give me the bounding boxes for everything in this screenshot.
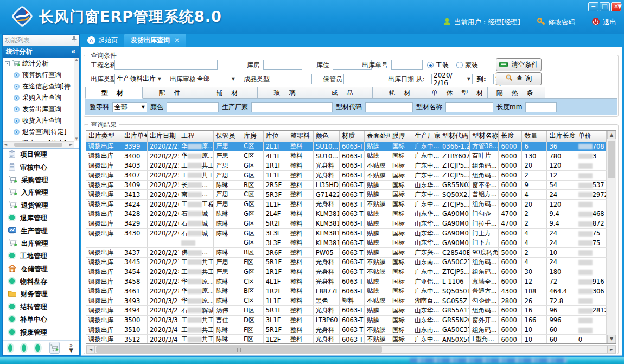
cell[interactable]: 4 [522, 258, 547, 267]
tab-home[interactable]: ⌂ 起始页 [81, 34, 124, 47]
tree-item-3[interactable]: 采购入库查询 [3, 92, 79, 104]
table-horizontal-scrollbar[interactable]: ◄ ► [86, 345, 616, 354]
cell[interactable]: G71422 [313, 190, 339, 200]
cell[interactable]: 不贴膜 [364, 200, 390, 209]
cell[interactable]: 调拨出库 [86, 190, 122, 200]
col-header-18[interactable]: 出库长度 [547, 131, 576, 142]
cell[interactable]: 5R1F [263, 325, 288, 335]
material-tab-7[interactable]: 单 体 型 材 [430, 87, 488, 98]
cell[interactable]: 整料 [288, 170, 313, 180]
cell[interactable]: 门上方 [470, 228, 499, 238]
cell[interactable]: 广东中... [412, 200, 440, 209]
cell[interactable]: 6000 [499, 170, 522, 180]
cell[interactable]: 6000 [499, 200, 522, 209]
cell[interactable]: 120 [547, 200, 576, 209]
cell[interactable]: 2020/2/25 [148, 142, 179, 151]
cell[interactable] [576, 267, 606, 277]
cell[interactable]: 工共工程 [179, 325, 213, 335]
cell[interactable]: 16 [522, 306, 547, 316]
cell[interactable]: SQ50X2... [440, 190, 470, 200]
cell[interactable]: 山东华... [412, 209, 440, 219]
cell[interactable]: 90度转角 [470, 248, 499, 258]
cell[interactable]: 6063-T5 [339, 277, 364, 286]
cell[interactable]: 6063-T5 [339, 325, 364, 335]
cell[interactable]: 24 [547, 238, 576, 248]
cell[interactable]: 光身料 [313, 267, 339, 277]
radio-home-install[interactable]: 家装 [456, 60, 478, 71]
col-header-15[interactable]: 型材名称 [470, 131, 499, 142]
cell[interactable]: ZTCJP5... [440, 267, 470, 277]
cell[interactable]: 整料 [288, 190, 313, 200]
cell[interactable]: 不贴膜 [364, 258, 390, 267]
cell[interactable]: 光身料 [313, 170, 339, 180]
cell[interactable]: 工共工程 [179, 258, 213, 267]
minimize-button[interactable]: − [588, 2, 598, 11]
cell[interactable]: 2R5F [263, 180, 288, 190]
cell[interactable]: 6063-T5 [339, 142, 364, 151]
cell[interactable]: 3493 [122, 296, 147, 306]
table-row[interactable]: 调拨出库34092020/2/25长...陈琳B区2R5F整料LI35HD606… [86, 180, 607, 190]
sidebar-item-9[interactable]: 工地管理 [3, 250, 79, 263]
cell[interactable]: 窗外开... [470, 315, 499, 325]
cell[interactable]: 国标 [390, 248, 412, 258]
collapse-icon[interactable]: « [71, 48, 75, 55]
cell[interactable]: 整料 [288, 335, 313, 343]
cell[interactable]: 2 [522, 219, 547, 228]
cell[interactable]: 贴膜 [364, 306, 390, 316]
cell[interactable]: 贴膜 [364, 219, 390, 228]
table-row[interactable]: 调拨出库34612020/2/28华原...陈琳B区1R2F整料F8877FT6… [86, 286, 607, 296]
table-row[interactable]: 调拨出库33992020/2/25华原...严思C区2L1F整料SU10...6… [86, 142, 607, 151]
cell[interactable] [576, 200, 606, 209]
cell[interactable]: GA90M09. [440, 238, 470, 248]
cell[interactable]: 24 [547, 228, 576, 238]
cell[interactable]: C28540B [440, 248, 470, 258]
cell[interactable]: 6063-T5 [339, 200, 364, 209]
cell[interactable] [576, 315, 606, 325]
cell[interactable]: 严思 [213, 142, 241, 151]
table-row[interactable]: 调拨出库34032020/2/25工共工程严思G区1R1F整料光身料6063-T… [86, 161, 607, 171]
cell[interactable]: 6000 [499, 306, 522, 316]
cell[interactable]: 门勾企 [470, 209, 499, 219]
cell[interactable]: 10 [522, 335, 547, 343]
col-header-1[interactable]: 出库类型 [86, 131, 122, 142]
maker-input[interactable] [251, 102, 333, 112]
cell[interactable]: 6063-T5 [339, 228, 364, 238]
cell[interactable]: 贴膜 [364, 228, 390, 238]
sidebar-item-5[interactable]: 退货管理 [3, 200, 79, 212]
cell[interactable]: 陈琳 [213, 209, 241, 219]
cell[interactable]: 国标 [390, 228, 412, 238]
cell[interactable]: G区 [241, 267, 263, 277]
cell[interactable]: 10 [547, 248, 576, 258]
cell[interactable]: 调拨出库 [86, 151, 122, 161]
cell[interactable]: 广东中... [412, 286, 440, 296]
cell[interactable]: 广东中... [412, 151, 440, 161]
cell[interactable]: L-1106 [440, 277, 470, 286]
cell[interactable] [148, 238, 179, 248]
sidebar-item-8[interactable]: 出库管理 [3, 238, 79, 250]
cell[interactable]: 3437 [122, 248, 147, 258]
col-header-19[interactable]: 单价 [576, 131, 606, 142]
cell[interactable] [86, 238, 122, 248]
table-row[interactable]: 调拨出库34932020/3/2华原...陈琳C区1L1F整料黑色塑料不贴膜国标… [86, 296, 607, 306]
cell[interactable]: 708 [576, 142, 606, 151]
cell[interactable]: 方管38... [470, 142, 499, 151]
cell[interactable]: 36 [547, 142, 576, 151]
table-row[interactable]: 调拨出库34302020/2/26石城陈琳G区3L3F整料KLM38176063… [86, 228, 607, 238]
cell[interactable]: LI35HD [313, 180, 339, 190]
cell[interactable]: 6063-T5 [339, 315, 364, 325]
cell[interactable]: 石城 [179, 209, 213, 219]
change-password-button[interactable]: 修改密码 [537, 17, 575, 28]
cell[interactable]: 2020/2/26 [148, 200, 179, 209]
cell[interactable] [576, 258, 606, 267]
profile-code-input[interactable] [365, 102, 413, 112]
cell[interactable]: 光身料 [313, 306, 339, 316]
cell[interactable]: GR55N02 [440, 180, 470, 190]
cell[interactable]: 3R6F [263, 248, 288, 258]
cell[interactable]: 国标 [390, 190, 412, 200]
cell[interactable]: 30 [522, 267, 547, 277]
col-header-3[interactable]: 出库日期 [148, 131, 179, 142]
cell[interactable]: 6063-T5 [339, 238, 364, 248]
cell[interactable]: 不贴膜 [364, 296, 390, 306]
col-header-7[interactable]: 库位 [263, 131, 288, 142]
quick-cart-button[interactable] [49, 342, 60, 354]
